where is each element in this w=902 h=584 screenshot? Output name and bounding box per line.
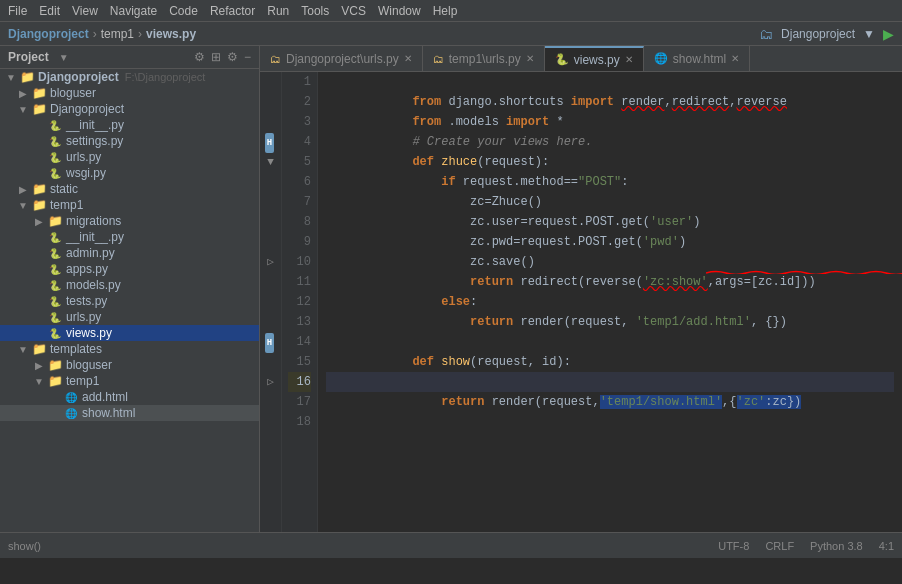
gutter-4: H: [260, 132, 281, 152]
tree-settings-py[interactable]: 🐍 settings.py: [0, 133, 259, 149]
code-line-15: zc=Zhuce.objects.get(pk=id): [326, 352, 894, 372]
static-folder-icon: 📁: [30, 182, 48, 196]
ln-2: 2: [288, 92, 311, 112]
sidebar-dropdown[interactable]: ▼: [59, 52, 69, 63]
tab-icon-1: 🗂: [270, 53, 281, 65]
breadcrumb-folder[interactable]: temp1: [101, 27, 134, 41]
tree-add-html[interactable]: 🌐 add.html: [0, 389, 259, 405]
gutter-11: [260, 272, 281, 292]
tree-models-py[interactable]: 🐍 models.py: [0, 277, 259, 293]
sidebar-icon-expand[interactable]: ⊞: [211, 50, 221, 64]
py-icon-7: 🐍: [46, 264, 64, 275]
show-html-label: show.html: [82, 406, 135, 420]
tab-label-1: Djangoproject\urls.py: [286, 52, 399, 66]
tab-show-html[interactable]: 🌐 show.html ✕: [644, 46, 750, 71]
menu-edit[interactable]: Edit: [39, 4, 60, 18]
sidebar-icons: ⚙ ⊞ ⚙ −: [194, 50, 251, 64]
dropdown-icon[interactable]: ▼: [863, 27, 875, 41]
menu-help[interactable]: Help: [433, 4, 458, 18]
sidebar-icon-gear[interactable]: ⚙: [227, 50, 238, 64]
gutter-3: [260, 112, 281, 132]
menu-file[interactable]: File: [8, 4, 27, 18]
code-line-9: zc.save(): [326, 232, 894, 252]
menu-navigate[interactable]: Navigate: [110, 4, 157, 18]
tree-templates[interactable]: ▼ 📁 templates: [0, 341, 259, 357]
tree-djangoproject-folder[interactable]: ▼ 📁 Djangoproject: [0, 101, 259, 117]
tab-close-3[interactable]: ✕: [625, 54, 633, 65]
code-line-2: from .models import *: [326, 92, 894, 112]
menu-view[interactable]: View: [72, 4, 98, 18]
gutter: H ▼ ▷ H ▷: [260, 72, 282, 532]
tab-temp1-urls[interactable]: 🗂 temp1\urls.py ✕: [423, 46, 545, 71]
tab-label-3: views.py: [574, 53, 620, 67]
tree-migrations[interactable]: ▶ 📁 migrations: [0, 213, 259, 229]
tree-tests-py[interactable]: 🐍 tests.py: [0, 293, 259, 309]
ln-17: 17: [288, 392, 311, 412]
apps-py-label: apps.py: [66, 262, 108, 276]
init-py-temp1-label: __init__.py: [66, 230, 124, 244]
main-layout: Project ▼ ⚙ ⊞ ⚙ − ▼ 📁 Djangoproject F:\D…: [0, 46, 902, 532]
tree-wsgi-py[interactable]: 🐍 wsgi.py: [0, 165, 259, 181]
tree-urls-py-django[interactable]: 🐍 urls.py: [0, 149, 259, 165]
tree-bloguser-templates[interactable]: ▶ 📁 bloguser: [0, 357, 259, 373]
tree-bloguser[interactable]: ▶ 📁 bloguser: [0, 85, 259, 101]
tab-views-py[interactable]: 🐍 views.py ✕: [545, 46, 644, 71]
bloguser-folder-icon: 📁: [30, 86, 48, 100]
code-content[interactable]: from django.shortcuts import render,redi…: [318, 72, 902, 532]
menu-tools[interactable]: Tools: [301, 4, 329, 18]
tree-show-html[interactable]: 🌐 show.html: [0, 405, 259, 421]
ln-6: 6: [288, 172, 311, 192]
code-area: H ▼ ▷ H ▷ 1: [260, 72, 902, 532]
status-right: UTF-8 CRLF Python 3.8 4:1: [718, 540, 894, 552]
menu-window[interactable]: Window: [378, 4, 421, 18]
gutter-1: [260, 72, 281, 92]
menu-vcs[interactable]: VCS: [341, 4, 366, 18]
tab-label-4: show.html: [673, 52, 726, 66]
py-icon-1: 🐍: [46, 120, 64, 131]
tab-djangoproject-urls[interactable]: 🗂 Djangoproject\urls.py ✕: [260, 46, 423, 71]
wsgi-py-label: wsgi.py: [66, 166, 106, 180]
models-py-label: models.py: [66, 278, 121, 292]
tree-init-py-django[interactable]: 🐍 __init__.py: [0, 117, 259, 133]
menu-refactor[interactable]: Refactor: [210, 4, 255, 18]
code-line-14: def show(request, id):: [326, 332, 894, 352]
ln-11: 11: [288, 272, 311, 292]
tree-admin-py[interactable]: 🐍 admin.py: [0, 245, 259, 261]
code-line-7: zc.user=request.POST.get('user'): [326, 192, 894, 212]
breadcrumb-right: 🗂 Djangoproject ▼ ▶: [759, 26, 894, 42]
status-python: Python 3.8: [810, 540, 863, 552]
tree-apps-py[interactable]: 🐍 apps.py: [0, 261, 259, 277]
tree-root[interactable]: ▼ 📁 Djangoproject F:\Djangoproject: [0, 69, 259, 85]
templates-folder-icon: 📁: [30, 342, 48, 356]
tree-urls-py-temp1[interactable]: 🐍 urls.py: [0, 309, 259, 325]
code-line-10: return redirect(reverse('zc:show',args=[…: [326, 252, 894, 272]
status-bar: show() UTF-8 CRLF Python 3.8 4:1: [0, 532, 902, 558]
editor[interactable]: H ▼ ▷ H ▷ 1: [260, 72, 902, 532]
menu-code[interactable]: Code: [169, 4, 198, 18]
run-icon[interactable]: ▶: [883, 26, 894, 42]
tree-init-py-temp1[interactable]: 🐍 __init__.py: [0, 229, 259, 245]
tab-close-2[interactable]: ✕: [526, 53, 534, 64]
tree-views-py[interactable]: 🐍 views.py: [0, 325, 259, 341]
html-icon-2: 🌐: [62, 408, 80, 419]
sidebar-icon-settings[interactable]: ⚙: [194, 50, 205, 64]
menu-run[interactable]: Run: [267, 4, 289, 18]
tab-close-1[interactable]: ✕: [404, 53, 412, 64]
views-py-label: views.py: [66, 326, 112, 340]
tree-temp1-templates[interactable]: ▼ 📁 temp1: [0, 373, 259, 389]
ln-14: 14: [288, 332, 311, 352]
breadcrumb-project[interactable]: Djangoproject: [8, 27, 89, 41]
tree-temp1[interactable]: ▼ 📁 temp1: [0, 197, 259, 213]
sidebar-icon-close[interactable]: −: [244, 50, 251, 64]
code-line-1: from django.shortcuts import render,redi…: [326, 72, 894, 92]
ln-16: 16: [288, 372, 311, 392]
tab-icon-3: 🐍: [555, 53, 569, 66]
gutter-8: [260, 212, 281, 232]
bloguser-arrow: ▶: [16, 88, 30, 99]
project-name-right: Djangoproject: [781, 27, 855, 41]
static-arrow: ▶: [16, 184, 30, 195]
code-line-11: else:: [326, 272, 894, 292]
tree-static[interactable]: ▶ 📁 static: [0, 181, 259, 197]
py-icon-4: 🐍: [46, 168, 64, 179]
tab-close-4[interactable]: ✕: [731, 53, 739, 64]
